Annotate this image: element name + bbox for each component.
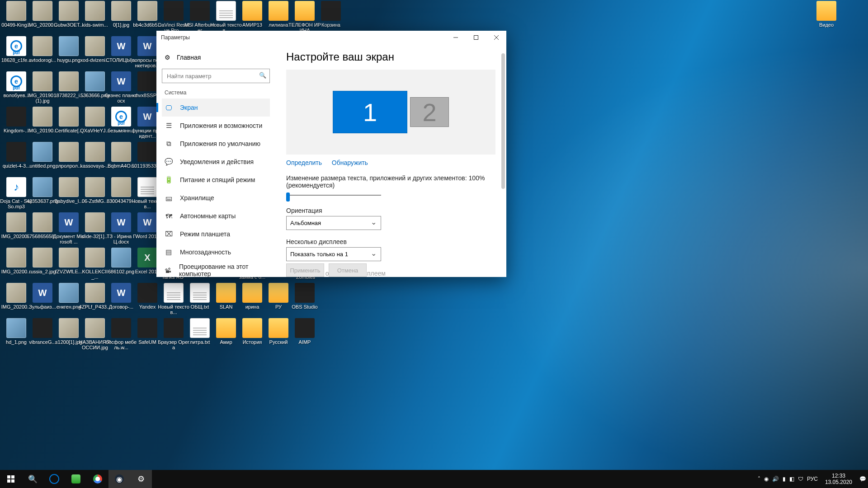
scaling-label: Изменение размера текста, приложений и д… <box>286 174 495 189</box>
tray-steam-icon[interactable]: ◉ <box>764 476 769 482</box>
nav-item[interactable]: 🖴Хранилище <box>162 189 270 207</box>
tray-chevron-icon[interactable]: ˄ <box>758 476 760 482</box>
taskbar-steam[interactable]: ◉ <box>108 470 130 488</box>
maximize-button[interactable] <box>466 31 486 44</box>
nav-icon: 📽 <box>165 267 172 274</box>
tray-notifications-icon[interactable]: 💬 <box>859 476 866 482</box>
svg-rect-6 <box>7 479 10 483</box>
nav-category: Система <box>165 89 270 96</box>
system-tray: ˄ ◉ 🔊 ▮ ◧ 🛡 РУС 12:33 13.05.2020 💬 <box>758 470 868 488</box>
desktop-icon[interactable]: OBS Studio <box>288 283 321 310</box>
svg-rect-1 <box>474 36 478 40</box>
nav-item[interactable]: ▤Многозадачность <box>162 243 270 261</box>
svg-rect-4 <box>7 475 10 479</box>
monitor-2[interactable]: 2 <box>410 97 449 127</box>
gear-icon: ⚙ <box>137 474 145 484</box>
nav-icon: ▤ <box>165 248 173 256</box>
tray-defender-icon[interactable]: 🛡 <box>798 476 803 482</box>
settings-window: Параметры ⚙ Главная 🔍 Система 🖵Экра <box>156 31 506 277</box>
tray-network-icon[interactable]: ▮ <box>783 476 786 482</box>
nav-icon: 💬 <box>165 158 173 166</box>
desktop-icon[interactable]: Корзина <box>315 1 347 28</box>
nav-home[interactable]: ⚙ Главная <box>162 49 270 66</box>
detect-link[interactable]: Обнаружить <box>332 159 368 166</box>
minimize-button[interactable] <box>445 31 466 44</box>
taskbar: 🔍 ◉ ⚙ ˄ ◉ 🔊 ▮ ◧ 🛡 РУС 12:33 13.05.2020 💬 <box>0 470 868 488</box>
nav-home-label: Главная <box>177 54 201 61</box>
search-icon: 🔍 <box>259 72 266 79</box>
nav-item[interactable]: 💬Уведомления и действия <box>162 153 270 171</box>
start-button[interactable] <box>0 470 22 488</box>
scrollbar[interactable] <box>500 44 506 277</box>
scrollbar-thumb[interactable] <box>501 53 505 189</box>
search-button[interactable]: 🔍 <box>22 470 43 488</box>
scaling-slider[interactable] <box>286 191 381 200</box>
multi-display-select[interactable]: Показать только на 1 <box>286 247 381 261</box>
search-icon: 🔍 <box>28 474 38 484</box>
tray-armoury-icon[interactable]: ◧ <box>789 476 794 482</box>
nav-icon: 🗺 <box>165 212 173 220</box>
nav-icon: 🖵 <box>165 104 173 112</box>
taskbar-settings[interactable]: ⚙ <box>130 470 152 488</box>
settings-nav: ⚙ Главная 🔍 Система 🖵Экран☰Приложения и … <box>156 44 275 277</box>
search-input[interactable] <box>162 69 270 83</box>
nav-item[interactable]: 📽Проецирование на этот компьютер <box>162 261 270 277</box>
identify-link[interactable]: Определить <box>286 159 322 166</box>
titlebar[interactable]: Параметры <box>156 31 506 44</box>
window-title: Параметры <box>161 34 190 41</box>
nav-icon: 🖴 <box>165 194 173 202</box>
taskbar-clock[interactable]: 12:33 13.05.2020 <box>821 473 856 485</box>
orientation-select[interactable]: Альбомная <box>286 216 381 230</box>
orientation-label: Ориентация <box>286 207 495 214</box>
nav-item[interactable]: 🔋Питание и спящий режим <box>162 171 270 189</box>
svg-rect-5 <box>11 475 14 479</box>
taskbar-edge[interactable] <box>43 470 65 488</box>
settings-search: 🔍 <box>162 69 270 83</box>
page-title: Настройте ваш экран <box>286 51 495 63</box>
multi-display-label: Несколько дисплеев <box>286 238 495 245</box>
nav-item[interactable]: 🖵Экран <box>162 99 270 117</box>
nav-item[interactable]: 🗺Автономные карты <box>162 207 270 225</box>
close-button[interactable] <box>486 31 506 44</box>
desktop-icon[interactable]: Видео <box>810 1 843 28</box>
tray-volume-icon[interactable]: 🔊 <box>772 476 779 482</box>
gear-icon: ⚙ <box>165 54 170 61</box>
nav-icon: ⧉ <box>165 140 173 148</box>
nav-icon: ☰ <box>165 122 173 130</box>
cancel-button: Отмена <box>329 263 367 277</box>
display-arrangement[interactable]: 1 2 <box>286 70 495 155</box>
taskbar-chrome[interactable] <box>87 470 108 488</box>
nav-item[interactable]: ☰Приложения и возможности <box>162 117 270 135</box>
desktop-icon[interactable]: AIMP <box>288 318 321 345</box>
tray-language[interactable]: РУС <box>807 476 818 482</box>
nav-icon: ⌧ <box>165 230 173 238</box>
settings-content: Настройте ваш экран 1 2 Определить Обнар… <box>275 44 506 277</box>
nav-icon: 🔋 <box>165 176 173 184</box>
slider-thumb[interactable] <box>286 192 290 202</box>
monitor-1[interactable]: 1 <box>333 91 407 133</box>
nav-item[interactable]: ⌧Режим планшета <box>162 225 270 243</box>
taskbar-bluestacks[interactable] <box>65 470 87 488</box>
svg-rect-7 <box>11 479 14 483</box>
nav-item[interactable]: ⧉Приложения по умолчанию <box>162 135 270 153</box>
apply-button: Применить <box>286 263 324 277</box>
